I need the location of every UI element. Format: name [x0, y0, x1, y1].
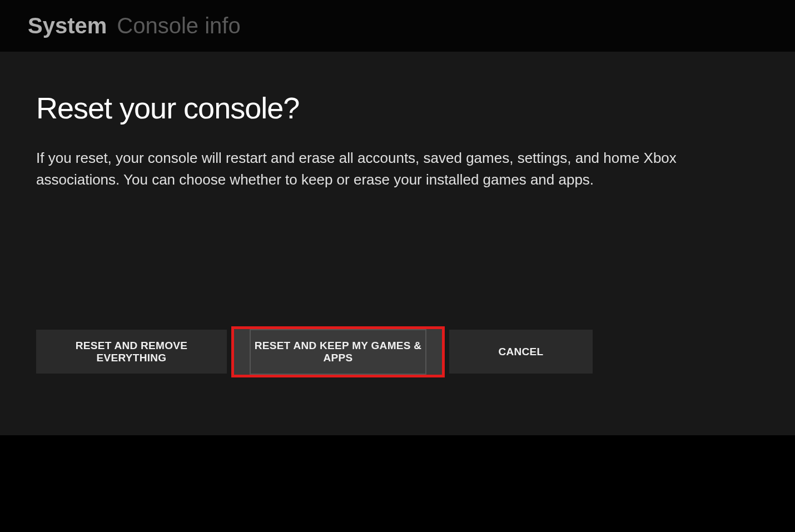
- header-section-sub: Console info: [117, 13, 240, 38]
- reset-description: If you reset, your console will restart …: [36, 147, 737, 191]
- bottom-bar: [0, 435, 795, 530]
- reset-keep-games-apps-button[interactable]: RESET AND KEEP MY GAMES & APPS: [231, 326, 445, 377]
- cancel-button[interactable]: CANCEL: [449, 330, 593, 374]
- reset-remove-everything-button[interactable]: RESET AND REMOVE EVERYTHING: [36, 330, 227, 374]
- header-section-main: System: [28, 13, 107, 38]
- page-title: Reset your console?: [36, 91, 759, 125]
- header-bar: System Console info: [0, 0, 795, 52]
- button-row: RESET AND REMOVE EVERYTHING RESET AND KE…: [36, 330, 593, 381]
- reset-keep-button-label: RESET AND KEEP MY GAMES & APPS: [250, 329, 426, 375]
- content-area: Reset your console? If you reset, your c…: [0, 52, 795, 435]
